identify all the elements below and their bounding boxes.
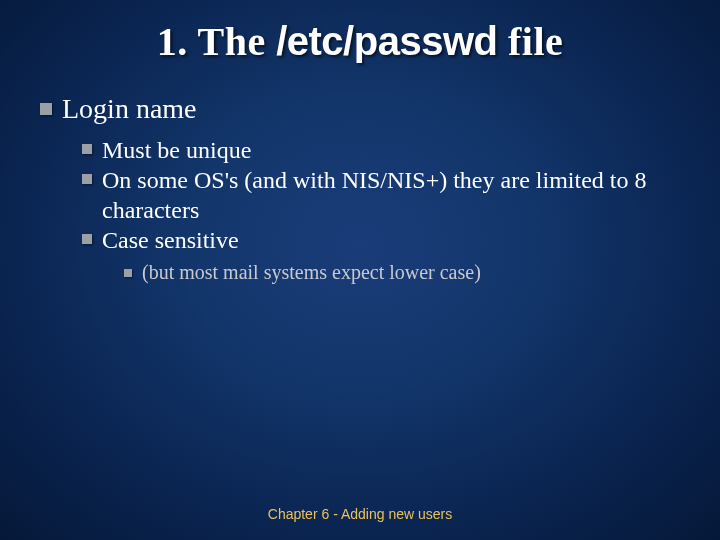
bullet-icon <box>82 174 92 184</box>
slide-title: 1. The /etc/passwd file <box>40 18 680 65</box>
bullet-icon <box>40 103 52 115</box>
bullet-lvl1: Login name <box>40 93 680 125</box>
bullet-lvl2: Case sensitive <box>82 225 680 255</box>
bullet-lvl2: On some OS's (and with NIS/NIS+) they ar… <box>82 165 680 225</box>
bullet-icon <box>82 234 92 244</box>
bullet-lvl2: Must be unique <box>82 135 680 165</box>
bullet-icon <box>82 144 92 154</box>
bullet-lvl2-text: Case sensitive <box>102 225 239 255</box>
title-suffix: file <box>497 19 563 64</box>
bullet-lvl2-text: On some OS's (and with NIS/NIS+) they ar… <box>102 165 680 225</box>
title-mono: /etc/passwd <box>276 19 497 63</box>
bullet-icon <box>124 269 132 277</box>
bullet-lvl1-text: Login name <box>62 93 197 125</box>
slide-footer: Chapter 6 - Adding new users <box>0 506 720 522</box>
bullet-lvl3: (but most mail systems expect lower case… <box>124 261 680 284</box>
title-prefix: 1. The <box>157 19 276 64</box>
bullet-lvl2-text: Must be unique <box>102 135 251 165</box>
bullet-lvl3-text: (but most mail systems expect lower case… <box>142 261 481 284</box>
slide: 1. The /etc/passwd file Login name Must … <box>0 0 720 540</box>
